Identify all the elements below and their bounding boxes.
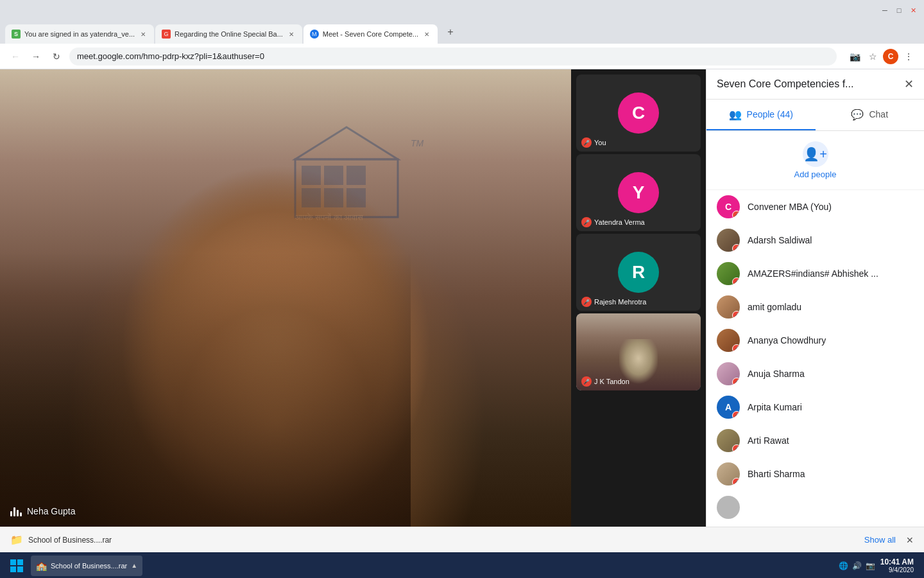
user-profile-avatar[interactable]: C	[883, 49, 898, 64]
show-all-close-button[interactable]: ✕	[906, 535, 914, 545]
thumb-rajesh[interactable]: R 🎤 Rajesh Mehrotra	[576, 234, 701, 311]
person-mic-badge-amazers: 🎤	[732, 277, 740, 285]
person-avatar-convener: C 🎤	[717, 195, 740, 218]
maximize-button[interactable]: □	[893, 4, 905, 16]
show-all-button[interactable]: Show all	[864, 535, 896, 545]
system-tray: 🌐 🔊 📷 10:41 AM 9/4/2020	[834, 557, 919, 574]
tab-meet[interactable]: M Meet - Seven Core Compete... ✕	[304, 24, 438, 44]
system-clock: 10:41 AM 9/4/2020	[880, 557, 914, 574]
back-button[interactable]: ←	[8, 49, 23, 64]
person-avatar-ananya: 🎤	[717, 329, 740, 352]
tab-regarding-close[interactable]: ✕	[287, 30, 296, 39]
video-camera-icon[interactable]: 📷	[847, 49, 862, 64]
taskbar-school-icon: 🏫	[36, 561, 47, 571]
person-avatar-adarsh: 🎤	[717, 229, 740, 252]
main-video: TM आपके सपनों का आवास Neha Gupta	[0, 69, 571, 527]
thumb-you-avatar: C	[618, 92, 659, 134]
file-icon: 📁	[10, 534, 23, 546]
person-avatar-amazers: 🎤	[717, 262, 740, 285]
svg-rect-13	[17, 566, 23, 572]
tab-meet-close[interactable]: ✕	[422, 30, 431, 39]
people-tab-label: People (44)	[747, 109, 793, 119]
refresh-button[interactable]: ↻	[49, 49, 64, 64]
person-item-anuja[interactable]: 🎤 Anuja Sharma	[706, 357, 924, 390]
forward-button[interactable]: →	[28, 49, 44, 64]
people-panel: Seven Core Competencies f... ✕ 👥 People …	[706, 69, 924, 527]
thumb-you[interactable]: C 🎤 You	[576, 74, 701, 152]
person-name-adarsh: Adarsh Saldiwal	[748, 235, 914, 245]
chat-tab-icon: 💬	[851, 109, 864, 121]
person-item-adarsh[interactable]: 🎤 Adarsh Saldiwal	[706, 223, 924, 257]
person-item-arpita[interactable]: A 🎤 Arpita Kumari	[706, 390, 924, 424]
thumb-rajesh-label: 🎤 Rajesh Mehrotra	[581, 297, 646, 307]
browser-actions: 📷 ☆ C ⋮	[847, 49, 916, 64]
tab-regarding[interactable]: G Regarding the Online Special Ba... ✕	[155, 24, 302, 44]
tray-icons: 🌐 🔊 📷	[839, 561, 875, 570]
thumb-jktandon-label: 🎤 J K Tandon	[581, 376, 629, 387]
sound-bar-2	[13, 507, 15, 516]
person-item-amit[interactable]: 🎤 amit gomladu	[706, 290, 924, 324]
new-tab-button[interactable]: +	[441, 23, 459, 41]
minimize-button[interactable]: ─	[879, 4, 891, 16]
person-item-amazers[interactable]: 🎤 AMAZERS#indians# Abhishek ...	[706, 257, 924, 290]
main-participant-label: Neha Gupta	[10, 506, 76, 516]
person-item-convener[interactable]: C 🎤 Convener MBA (You)	[706, 190, 924, 223]
close-window-button[interactable]: ✕	[907, 4, 919, 16]
person-avatar-bharti: 🎤	[717, 462, 740, 486]
person-avatar-anuja: 🎤	[717, 362, 740, 385]
svg-rect-10	[10, 559, 16, 565]
person-name-bharti: Bharti Sharma	[748, 469, 914, 479]
thumb-you-name: You	[594, 139, 606, 146]
volume-icon[interactable]: 🔊	[852, 561, 862, 570]
thumb-yatendra[interactable]: Y 🎤 Yatendra Verma	[576, 154, 701, 231]
start-button[interactable]	[5, 554, 28, 577]
person-item-ananya[interactable]: 🎤 Ananya Chowdhury	[706, 324, 924, 357]
clock-time: 10:41 AM	[880, 557, 914, 566]
meet-favicon: M	[310, 30, 319, 39]
person-mic-badge-convener: 🎤	[732, 211, 740, 218]
tab-chat[interactable]: 💬 Chat	[816, 100, 925, 130]
panel-close-button[interactable]: ✕	[904, 77, 914, 91]
gmail2-favicon: G	[162, 30, 171, 39]
video-area: TM आपके सपनों का आवास Neha Gupta	[0, 69, 571, 527]
menu-icon[interactable]: ⋮	[901, 49, 916, 64]
sound-bar-4	[20, 512, 22, 516]
title-bar: ─ □ ✕	[0, 0, 924, 21]
thumb-jktandon[interactable]: 🎤 J K Tandon	[576, 313, 701, 390]
browser-frame: ─ □ ✕ S You are signed in as yatendra_ve…	[0, 0, 924, 578]
thumb-rajesh-mic-off: 🎤	[581, 297, 592, 307]
tab-people[interactable]: 👥 People (44)	[706, 100, 816, 130]
url-text: meet.google.com/hmo-pdrp-kxz?pli=1&authu…	[77, 51, 829, 61]
content-area: TM आपके सपनों का आवास Neha Gupta	[0, 69, 924, 527]
thumb-you-label: 🎤 You	[581, 137, 606, 148]
taskbar-item-school[interactable]: 🏫 School of Business....rar ▲	[31, 556, 142, 576]
person-name-arti: Arti Rawat	[748, 435, 914, 446]
network-icon[interactable]: 🌐	[839, 561, 848, 570]
person-item-bharti[interactable]: 🎤 Bharti Sharma	[706, 457, 924, 491]
person-item-arti[interactable]: 🎤 Arti Rawat	[706, 424, 924, 457]
tab-regarding-title: Regarding the Online Special Ba...	[175, 30, 283, 38]
person-avatar-arpita: A 🎤	[717, 396, 740, 419]
thumb-yatendra-avatar: Y	[618, 172, 659, 213]
person-avatar-arti: 🎤	[717, 429, 740, 452]
taskbar: 🏫 School of Business....rar ▲ 🌐 🔊 📷 10:4…	[0, 552, 924, 578]
url-bar[interactable]: meet.google.com/hmo-pdrp-kxz?pli=1&authu…	[69, 48, 837, 66]
tab-gmail[interactable]: S You are signed in as yatendra_ve... ✕	[5, 24, 154, 44]
add-people-button[interactable]: 👤+ Add people	[706, 131, 924, 190]
thumb-jktandon-name: J K Tandon	[594, 378, 629, 385]
bookmark-icon[interactable]: ☆	[865, 49, 880, 64]
panel-tabs: 👥 People (44) 💬 Chat	[706, 100, 924, 131]
person-item-partial[interactable]	[706, 491, 924, 524]
person-mic-badge-ananya: 🎤	[732, 344, 740, 352]
person-mic-badge-bharti: 🎤	[732, 478, 740, 486]
add-people-label: Add people	[794, 170, 837, 179]
person-mic-badge-arti: 🎤	[732, 444, 740, 452]
thumb-yatendra-name: Yatendra Verma	[594, 218, 645, 226]
tab-gmail-close[interactable]: ✕	[139, 30, 148, 39]
gmail-favicon: S	[12, 30, 21, 39]
thumb-rajesh-name: Rajesh Mehrotra	[594, 298, 646, 306]
taskbar-school-label: School of Business....rar	[51, 562, 127, 570]
person-mic-badge-adarsh: 🎤	[732, 244, 740, 252]
person-name-amazers: AMAZERS#indians# Abhishek ...	[748, 268, 914, 279]
camera-tray-icon[interactable]: 📷	[866, 561, 875, 570]
